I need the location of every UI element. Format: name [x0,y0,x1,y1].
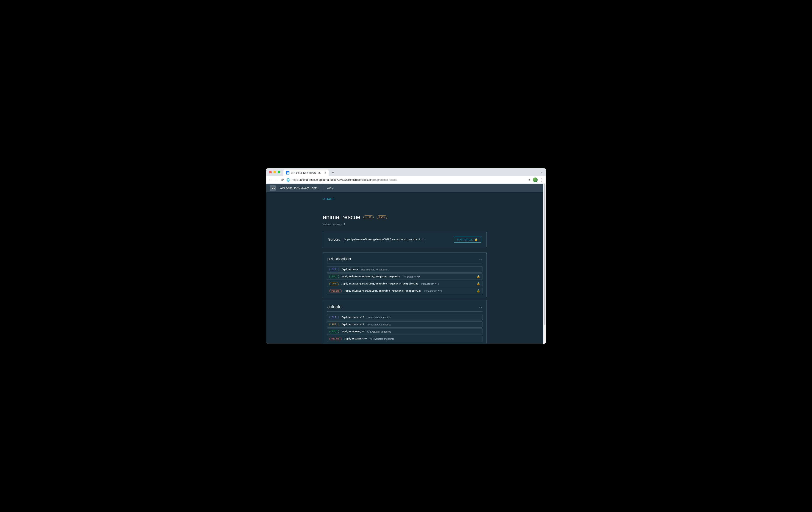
spec-pill: OAS3 [377,215,387,219]
nav-back-button[interactable]: ← [268,178,272,182]
extensions-icon[interactable]: ✦ [528,178,531,182]
browser-menu-icon[interactable]: ⋮ [540,178,544,182]
operation-path: /api/animals/{animalId}/adoption-request… [341,282,418,285]
operation-description: Retrieve pets for adoption. [361,268,389,271]
http-method-badge: DELETE [329,337,342,340]
operation-description: Pet adoption API [403,275,420,278]
operation-path: /api/animals [341,268,358,271]
lock-icon: 🔒 [477,289,480,292]
api-description: animal rescue api [323,223,487,226]
http-method-badge: POST [329,275,339,278]
tab-overflow-icon[interactable]: ⌄ [539,170,544,173]
window-minimize-button[interactable] [273,171,276,173]
brand-badge: vmw [270,185,276,191]
tag-name: pet adoption [327,257,351,261]
authorize-button[interactable]: AUTHORIZE 🔒 [454,237,481,243]
servers-label: Servers [328,238,340,242]
url-path: /group/animal-rescue [371,178,397,181]
address-bar[interactable]: 🌐 https://animal-rescue-apiportal-5bcd7.… [286,178,526,182]
browser-tab-strip: ▤ API portal for VMware Tanzu × + ⌄ [266,168,546,176]
operation-path: /api/animals/{animalId}/adoption-request… [344,290,422,292]
operation-path: /api/actuator/** [341,323,364,326]
chevron-up-icon[interactable]: ︿ [479,257,482,261]
browser-toolbar: ← → ⟳ 🌐 https://animal-rescue-apiportal-… [266,176,546,184]
operation-description: API Actuator endpoints [370,338,394,340]
operation-row[interactable]: DELETE/api/actuator/**API Actuator endpo… [327,335,483,342]
tag-block: actuator︿GET/api/actuator/**API Actuator… [323,300,487,344]
nav-apis[interactable]: APIs [327,187,333,190]
new-tab-button[interactable]: + [330,170,336,176]
version-pill: v.01 [363,215,374,219]
browser-viewport: vmw API portal for VMware Tanzu APIs < B… [266,184,546,344]
profile-avatar[interactable] [533,178,538,182]
app-title: API portal for VMware Tanzu [280,186,318,190]
http-method-badge: DELETE [329,289,342,292]
operation-row[interactable]: POST/api/animals/{animalId}/adoption-req… [327,273,483,280]
operation-row[interactable]: DELETE/api/animals/{animalId}/adoption-r… [327,288,483,294]
operation-path: /api/actuator/** [344,337,367,340]
window-controls [268,171,282,173]
operation-path: /api/animals/{animalId}/adoption-request… [342,275,400,278]
lock-icon: 🔒 [474,238,478,241]
lock-icon: 🔒 [477,275,480,278]
operation-description: API Actuator endpoints [367,330,391,333]
page-content: < BACK animal rescue v.01 OAS3 animal re… [323,192,487,344]
vertical-scrollbar[interactable] [543,184,546,344]
operation-path: /api/actuator/** [342,330,365,333]
operation-row[interactable]: POST/api/actuator/**API Actuator endpoin… [327,328,483,335]
tag-name: actuator [327,304,343,309]
operation-path: /api/actuator/** [341,316,364,319]
tab-close-icon[interactable]: × [324,171,326,174]
http-method-badge: GET [329,316,339,319]
http-method-badge: PUT [329,323,339,326]
tag-header[interactable]: pet adoption︿ [327,257,483,261]
scrollbar-thumb[interactable] [544,184,545,325]
server-select[interactable]: https://paly-acme-fitness-gateway-30987.… [344,238,425,242]
servers-box: Servers https://paly-acme-fitness-gatewa… [323,232,487,247]
tag-block: pet adoption︿GET/api/animalsRetrieve pet… [323,252,487,297]
url-host: animal-rescue-apiportal-5bcd7.svc.azurem… [300,178,371,181]
app-header: vmw API portal for VMware Tanzu APIs [266,184,543,192]
tab-title: API portal for VMware Tanzu [291,171,323,174]
tag-underline [327,264,483,264]
operation-row[interactable]: GET/api/actuator/**API Actuator endpoint… [327,314,483,321]
window-maximize-button[interactable] [278,171,280,173]
http-method-badge: POST [329,330,339,333]
authorize-label: AUTHORIZE [457,238,473,241]
http-method-badge: PUT [329,282,339,285]
window-close-button[interactable] [269,171,272,173]
app-root: vmw API portal for VMware Tanzu APIs < B… [266,184,543,344]
api-title: animal rescue [323,214,360,221]
operation-description: Pet adoption API [424,290,442,292]
tag-header[interactable]: actuator︿ [327,304,483,309]
back-link[interactable]: < BACK [323,197,335,201]
nav-forward-button[interactable]: → [274,178,278,182]
operation-row[interactable]: GET/api/animalsRetrieve pets for adoptio… [327,266,483,273]
chevron-up-icon[interactable]: ︿ [479,305,482,309]
operation-description: Pet adoption API [421,282,439,285]
lock-icon: 🔒 [477,282,480,285]
tab-favicon-icon: ▤ [286,171,289,174]
operation-description: API Actuator endpoints [367,323,391,326]
browser-tab[interactable]: ▤ API portal for VMware Tanzu × [283,169,329,176]
api-title-row: animal rescue v.01 OAS3 [323,214,487,221]
operation-row[interactable]: PUT/api/actuator/**API Actuator endpoint… [327,321,483,328]
browser-window: ▤ API portal for VMware Tanzu × + ⌄ ← → … [266,168,546,344]
operation-row[interactable]: PUT/api/animals/{animalId}/adoption-requ… [327,280,483,287]
operation-description: API Actuator endpoints [367,316,391,319]
site-info-icon[interactable]: 🌐 [286,178,290,182]
http-method-badge: GET [329,268,339,271]
nav-reload-button[interactable]: ⟳ [280,178,284,182]
url-protocol: https:// [292,178,300,181]
